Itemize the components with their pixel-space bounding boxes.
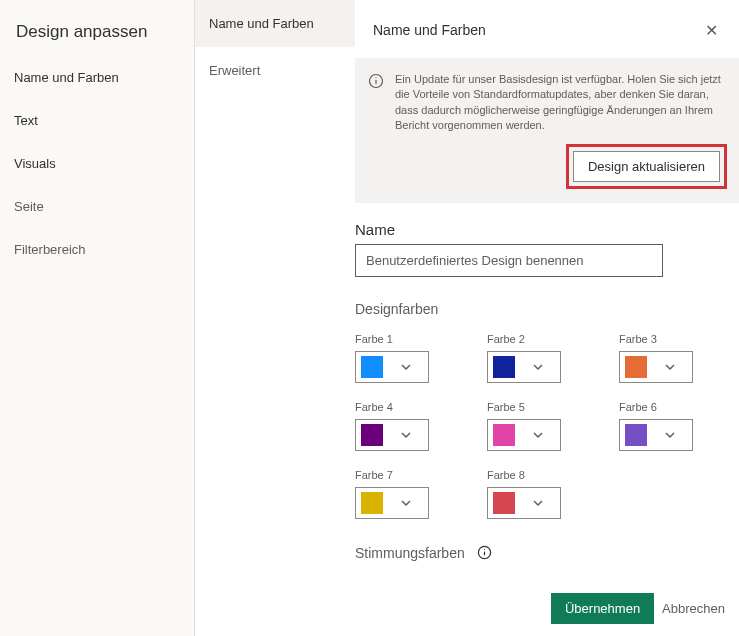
- left-nav-filter[interactable]: Filterbereich: [0, 228, 194, 271]
- left-nav-page[interactable]: Seite: [0, 185, 194, 228]
- color-label-6: Farbe 6: [619, 401, 715, 413]
- mood-colors-row: Stimmungsfarben: [355, 545, 739, 561]
- color-picker-5[interactable]: [487, 419, 561, 451]
- chevron-down-icon: [515, 429, 560, 441]
- chevron-down-icon: [515, 361, 560, 373]
- settings-panel: Name und Farben ✕ Ein Update für unser B…: [355, 0, 739, 636]
- callout-highlight: Design aktualisieren: [566, 144, 727, 189]
- color-swatch-6: [625, 424, 647, 446]
- chevron-down-icon: [647, 361, 692, 373]
- left-nav-name-colors[interactable]: Name und Farben: [0, 56, 194, 99]
- mood-colors-title: Stimmungsfarben: [355, 545, 465, 561]
- color-picker-8[interactable]: [487, 487, 561, 519]
- cancel-button[interactable]: Abbrechen: [662, 601, 725, 616]
- left-sidebar-title: Design anpassen: [0, 0, 194, 56]
- middle-nav-name-colors[interactable]: Name und Farben: [195, 0, 355, 47]
- chevron-down-icon: [383, 497, 428, 509]
- middle-nav-advanced[interactable]: Erweitert: [195, 47, 355, 94]
- color-picker-1[interactable]: [355, 351, 429, 383]
- name-label: Name: [355, 221, 739, 238]
- color-swatch-4: [361, 424, 383, 446]
- chevron-down-icon: [515, 497, 560, 509]
- color-label-2: Farbe 2: [487, 333, 583, 345]
- color-picker-6[interactable]: [619, 419, 693, 451]
- update-design-button[interactable]: Design aktualisieren: [573, 151, 720, 182]
- color-label-1: Farbe 1: [355, 333, 451, 345]
- color-picker-4[interactable]: [355, 419, 429, 451]
- middle-sidebar: Name und Farben Erweitert: [195, 0, 355, 636]
- dialog-footer: Übernehmen Abbrechen: [551, 593, 725, 624]
- close-button[interactable]: ✕: [701, 20, 721, 40]
- svg-point-2: [375, 77, 376, 78]
- color-label-8: Farbe 8: [487, 469, 583, 481]
- update-info-box: Ein Update für unser Basisdesign ist ver…: [355, 58, 739, 203]
- color-label-5: Farbe 5: [487, 401, 583, 413]
- left-nav-text[interactable]: Text: [0, 99, 194, 142]
- color-picker-3[interactable]: [619, 351, 693, 383]
- apply-button[interactable]: Übernehmen: [551, 593, 654, 624]
- color-label-3: Farbe 3: [619, 333, 715, 345]
- color-swatch-5: [493, 424, 515, 446]
- color-label-4: Farbe 4: [355, 401, 451, 413]
- svg-point-5: [484, 549, 485, 550]
- color-picker-2[interactable]: [487, 351, 561, 383]
- chevron-down-icon: [383, 429, 428, 441]
- color-swatch-3: [625, 356, 647, 378]
- design-colors-title: Designfarben: [355, 301, 739, 317]
- left-nav-visuals[interactable]: Visuals: [0, 142, 194, 185]
- color-swatch-7: [361, 492, 383, 514]
- close-icon: ✕: [705, 21, 718, 40]
- chevron-down-icon: [647, 429, 692, 441]
- panel-title: Name und Farben: [373, 22, 486, 38]
- design-name-input[interactable]: [355, 244, 663, 277]
- color-swatch-1: [361, 356, 383, 378]
- info-icon: [367, 72, 385, 90]
- panel-header: Name und Farben ✕: [355, 0, 739, 58]
- info-icon[interactable]: [477, 545, 492, 560]
- left-sidebar: Design anpassen Name und Farben Text Vis…: [0, 0, 195, 636]
- info-text: Ein Update für unser Basisdesign ist ver…: [395, 72, 727, 134]
- color-picker-7[interactable]: [355, 487, 429, 519]
- chevron-down-icon: [383, 361, 428, 373]
- color-swatch-8: [493, 492, 515, 514]
- color-label-7: Farbe 7: [355, 469, 451, 481]
- color-swatch-2: [493, 356, 515, 378]
- color-grid: Farbe 1 Farbe 2 Farbe 3: [355, 333, 715, 519]
